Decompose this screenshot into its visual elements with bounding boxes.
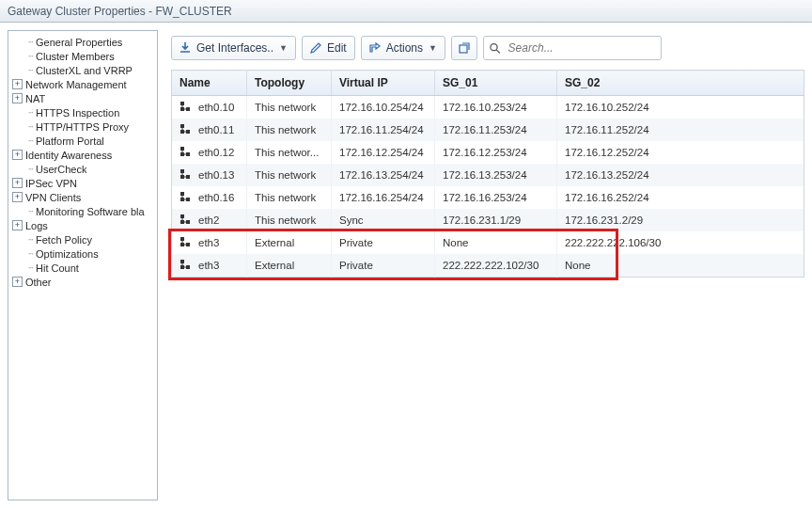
tree-connector-icon: ···	[23, 206, 33, 216]
expand-icon[interactable]: +	[12, 178, 23, 188]
tree-item[interactable]: ···Optimizations	[10, 246, 155, 261]
tree-item[interactable]: ···ClusterXL and VRRP	[10, 63, 155, 77]
cell-sg01: 172.16.10.253/24	[435, 96, 557, 119]
cell-name: eth3	[198, 260, 219, 271]
tree-item-label: NAT	[25, 93, 45, 104]
svg-point-1	[491, 43, 497, 50]
table-header-row: Name Topology Virtual IP SG_01 SG_02	[172, 71, 804, 96]
tree-item-label: Platform Portal	[36, 135, 104, 147]
svg-rect-7	[186, 130, 190, 134]
window-title: Gateway Cluster Properties - FW_CLUSTER	[0, 0, 812, 23]
tree-item[interactable]: ···Cluster Members	[10, 49, 155, 63]
tree-connector-icon: ···	[23, 135, 33, 146]
cell-name: eth2	[198, 214, 219, 226]
cell-topology: This network	[247, 119, 332, 141]
svg-rect-10	[186, 152, 190, 156]
cell-name: eth0.10	[198, 102, 234, 113]
table-row[interactable]: eth0.12This networ...172.16.12.254/24172…	[172, 141, 804, 164]
tree-item-label: IPSec VPN	[25, 178, 77, 189]
actions-label: Actions	[386, 41, 423, 55]
table-row[interactable]: eth0.11This network172.16.11.254/24172.1…	[172, 119, 804, 141]
tree-item[interactable]: +Other	[10, 275, 155, 289]
tree-item[interactable]: +Logs	[10, 218, 155, 232]
col-sg02[interactable]: SG_02	[557, 71, 804, 96]
table-row[interactable]: eth2This networkSync172.16.231.1/29172.1…	[172, 209, 804, 231]
interface-icon	[180, 101, 191, 114]
svg-rect-20	[180, 237, 184, 241]
download-icon	[180, 42, 191, 54]
svg-rect-22	[186, 243, 190, 246]
search-input[interactable]	[507, 40, 655, 56]
svg-rect-2	[180, 102, 184, 105]
svg-rect-25	[186, 265, 190, 269]
tree-item[interactable]: +IPSec VPN	[10, 176, 155, 190]
table-row[interactable]: eth3ExternalPrivate222.222.222.102/30Non…	[172, 254, 804, 278]
expand-icon[interactable]: +	[12, 192, 23, 202]
interface-icon	[180, 236, 191, 249]
tree-item-label: Network Management	[25, 79, 127, 90]
cell-topology: This network	[247, 164, 332, 186]
tree-item-label: VPN Clients	[25, 192, 81, 203]
col-sg01[interactable]: SG_01	[435, 71, 557, 96]
cell-topology: This network	[247, 96, 332, 119]
table-row[interactable]: eth0.16This network172.16.16.254/24172.1…	[172, 186, 804, 209]
tree-connector-icon: ···	[23, 262, 33, 273]
tree-item[interactable]: ···UserCheck	[10, 162, 155, 176]
col-topology[interactable]: Topology	[247, 71, 332, 96]
cell-sg01: 222.222.222.102/30	[435, 254, 557, 278]
expand-icon[interactable]: +	[12, 79, 23, 89]
tree-item[interactable]: ···Fetch Policy	[10, 232, 155, 246]
cell-vip: 172.16.12.254/24	[332, 141, 435, 164]
expand-icon[interactable]: +	[12, 277, 23, 287]
cell-topology: This networ...	[247, 141, 332, 164]
actions-button[interactable]: Actions ▼	[361, 36, 445, 60]
cell-sg02: 172.16.12.252/24	[557, 141, 804, 164]
col-name[interactable]: Name	[172, 71, 247, 96]
svg-rect-16	[186, 198, 190, 201]
tree-item[interactable]: ···Hit Count	[10, 261, 155, 275]
popout-button[interactable]	[451, 36, 477, 60]
cell-sg01: None	[435, 231, 557, 254]
tree-item[interactable]: +Network Management	[10, 77, 155, 91]
cell-sg01: 172.16.16.253/24	[435, 186, 557, 209]
col-vip[interactable]: Virtual IP	[332, 71, 435, 96]
get-interfaces-label: Get Interfaces..	[196, 41, 273, 55]
tree-item[interactable]: ···HTTPS Inspection	[10, 105, 155, 119]
tree-item[interactable]: ···Monitoring Software bla	[10, 204, 155, 218]
cell-vip: Sync	[332, 209, 435, 231]
table-row[interactable]: eth0.10This network172.16.10.254/24172.1…	[172, 96, 804, 119]
svg-rect-14	[180, 192, 184, 196]
tree-item[interactable]: ···Platform Portal	[10, 134, 155, 148]
interfaces-table: Name Topology Virtual IP SG_01 SG_02 eth…	[171, 70, 804, 278]
interface-icon	[180, 168, 191, 182]
tree-item[interactable]: +Identity Awareness	[10, 148, 155, 162]
tree-item-label: HTTP/HTTPS Proxy	[36, 121, 129, 133]
cell-sg01: 172.16.231.1/29	[435, 209, 557, 231]
edit-button[interactable]: Edit	[302, 36, 355, 60]
tree-item-label: HTTPS Inspection	[36, 107, 119, 119]
expand-icon[interactable]: +	[12, 93, 23, 103]
search-box[interactable]	[483, 36, 662, 60]
svg-rect-17	[180, 214, 184, 218]
tree-item[interactable]: ···General Properties	[10, 35, 155, 49]
cell-sg02: None	[557, 254, 804, 278]
interface-icon	[180, 214, 191, 227]
tree-item[interactable]: +VPN Clients	[10, 190, 155, 204]
tree-item-label: UserCheck	[36, 164, 86, 175]
table-row[interactable]: eth3ExternalPrivateNone222.222.222.106/3…	[172, 231, 804, 254]
expand-icon[interactable]: +	[12, 150, 23, 160]
popout-icon	[459, 42, 470, 54]
tree-connector-icon: ···	[23, 107, 33, 118]
cell-name: eth0.12	[198, 147, 234, 158]
svg-rect-0	[460, 45, 467, 53]
tree-connector-icon: ···	[23, 65, 33, 75]
svg-rect-12	[180, 175, 184, 179]
tree-connector-icon: ···	[23, 234, 33, 245]
svg-rect-5	[180, 124, 184, 128]
tree-item-label: Other	[25, 277, 52, 288]
table-row[interactable]: eth0.13This network172.16.13.254/24172.1…	[172, 164, 804, 186]
expand-icon[interactable]: +	[12, 220, 23, 230]
tree-item[interactable]: ···HTTP/HTTPS Proxy	[10, 119, 155, 134]
tree-item[interactable]: +NAT	[10, 91, 155, 105]
get-interfaces-button[interactable]: Get Interfaces.. ▼	[171, 36, 296, 60]
